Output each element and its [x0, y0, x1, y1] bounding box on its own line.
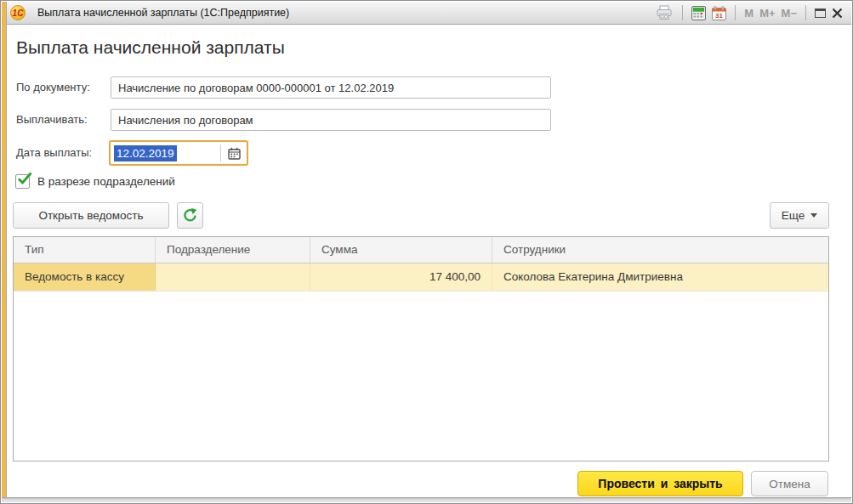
cancel-button[interactable]: Отмена [751, 471, 828, 496]
cell-type[interactable]: Ведомость в кассу [14, 263, 156, 291]
calculator-icon[interactable] [691, 6, 706, 20]
date-label: Дата выплаты: [16, 142, 92, 164]
window-bottom-edge [2, 497, 851, 502]
dialog-left-border [6, 2, 7, 499]
date-input[interactable]: 12.02.2019 [109, 140, 248, 166]
titlebar-separator [735, 5, 736, 20]
document-input[interactable] [111, 76, 551, 99]
titlebar-separator [805, 5, 806, 20]
pay-label: Выплачивать: [16, 109, 88, 131]
checkmark-icon [17, 172, 33, 186]
column-header-employees[interactable]: Сотрудники [492, 237, 828, 263]
memory-add-button[interactable]: M+ [759, 7, 775, 20]
document-label: По документу: [16, 76, 90, 99]
more-button[interactable]: Еще [770, 202, 829, 229]
open-sheet-button[interactable]: Открыть ведомость [13, 202, 169, 229]
calendar-icon[interactable]: 31 [712, 6, 726, 20]
calendar-icon-number: 31 [715, 12, 723, 20]
departments-checkbox-label: В разрезе подразделений [37, 175, 175, 188]
dialog-window: 1С Выплата начисленной зарплаты (1С:Пред… [0, 0, 853, 504]
column-header-department[interactable]: Подразделение [156, 237, 310, 263]
titlebar-controls: 31 M M+ M− [655, 5, 851, 20]
app-logo-icon: 1С [10, 5, 26, 20]
refresh-button[interactable] [177, 202, 203, 229]
cell-employees[interactable]: Соколова Екатерина Дмитриевна [492, 263, 828, 291]
payments-table: Тип Подразделение Сумма Сотрудники Ведом… [13, 236, 829, 462]
maximize-icon[interactable] [815, 8, 826, 18]
departments-checkbox[interactable] [15, 174, 30, 189]
print-icon[interactable] [655, 5, 674, 20]
pay-input[interactable] [111, 109, 551, 131]
memory-recall-button[interactable]: M [744, 7, 753, 20]
calendar-picker-icon[interactable] [221, 142, 247, 164]
page-title: Выплата начисленной зарплаты [16, 37, 285, 58]
column-header-amount[interactable]: Сумма [310, 237, 492, 263]
departments-checkbox-row: В разрезе подразделений [15, 174, 175, 189]
more-button-label: Еще [782, 209, 805, 222]
cell-amount[interactable]: 17 400,00 [310, 263, 492, 291]
titlebar: 1С Выплата начисленной зарплаты (1С:Пред… [7, 2, 851, 25]
table-row[interactable]: Ведомость в кассу 17 400,00 Соколова Ека… [14, 263, 828, 292]
refresh-icon [182, 207, 198, 224]
cell-department[interactable] [156, 263, 310, 291]
column-header-type[interactable]: Тип [14, 237, 156, 263]
date-selected-text: 12.02.2019 [114, 145, 177, 161]
window-title: Выплата начисленной зарплаты (1С:Предпри… [37, 7, 289, 19]
post-and-close-button[interactable]: Провести и закрыть [577, 471, 743, 496]
table-header-row: Тип Подразделение Сумма Сотрудники [14, 237, 828, 263]
memory-subtract-button[interactable]: M− [782, 7, 797, 20]
close-icon[interactable] [832, 8, 843, 19]
chevron-down-icon [810, 213, 817, 218]
titlebar-separator [682, 5, 683, 20]
